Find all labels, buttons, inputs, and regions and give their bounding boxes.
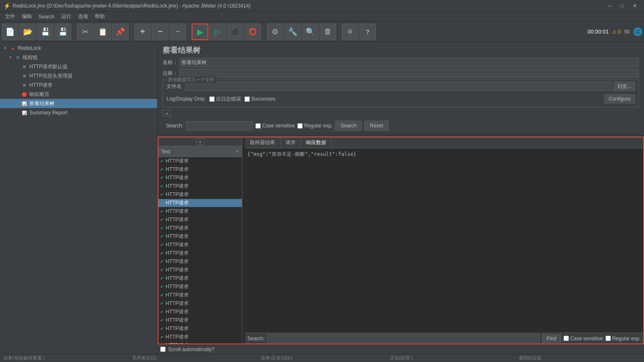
tools1-button[interactable]: ⚙ xyxy=(267,23,283,40)
menu-bar: 文件 编辑 Search 运行 选项 帮助 xyxy=(0,12,644,22)
search-input[interactable] xyxy=(186,121,253,130)
list-item[interactable]: ✔HTTP请求 xyxy=(158,157,242,165)
bottom-search-input[interactable] xyxy=(267,334,539,343)
list-collapse-arrow[interactable]: ▲ xyxy=(196,138,205,145)
success-icon: ✔ xyxy=(160,284,164,290)
list-item[interactable]: ✔HTTP请求 xyxy=(158,191,242,199)
case-sensitive-label[interactable]: Case sensitive xyxy=(255,123,295,129)
tab-request[interactable]: 请求 xyxy=(280,137,301,148)
regular-exp-checkbox[interactable] xyxy=(297,123,303,129)
start-no-pause-button[interactable]: ▷ xyxy=(209,23,226,40)
clear-button[interactable]: 🗑 xyxy=(319,23,336,40)
save-button[interactable]: 💾 xyxy=(37,23,54,40)
list-item-label: HTTP请求 xyxy=(166,250,189,257)
tree-item-http-request[interactable]: ✖ HTTP请求 xyxy=(0,80,157,90)
remote-icon: 🌐 xyxy=(633,27,642,36)
search-button[interactable]: Search xyxy=(335,121,362,131)
find-button[interactable]: Find xyxy=(542,334,561,343)
list-item[interactable]: ✔HTTP请求 xyxy=(158,207,242,216)
tab-response-data[interactable]: 响应数据 xyxy=(301,137,332,148)
list-item[interactable]: ✔HTTP请求 xyxy=(158,300,242,308)
list-item[interactable]: ✔HTTP请求 xyxy=(158,266,242,274)
list-item[interactable]: ✔HTTP请求 xyxy=(158,308,242,316)
list-item[interactable]: ✔HTTP请求 xyxy=(158,283,242,291)
regular-exp-label[interactable]: Regular exp. xyxy=(297,123,332,129)
list-button[interactable]: ≡ xyxy=(342,23,358,40)
close-button[interactable]: ✕ xyxy=(629,1,641,10)
log-errors-checkbox[interactable] xyxy=(209,96,215,102)
list-item[interactable]: ✔HTTP请求 xyxy=(158,333,242,341)
add-button[interactable]: + xyxy=(134,23,151,40)
list-item[interactable]: ✔HTTP请求 xyxy=(158,249,242,258)
tab-sampler-result[interactable]: 取样器结果 xyxy=(245,137,280,148)
collapse-arrow[interactable]: ▲ xyxy=(163,110,171,116)
tree-item-http-defaults[interactable]: ✖ HTTP请求默认值 xyxy=(0,62,157,71)
menu-run[interactable]: 运行 xyxy=(58,12,75,21)
successes-label[interactable]: Successes xyxy=(244,96,275,102)
list-item[interactable]: ✔HTTP请求 xyxy=(158,325,242,333)
list-item[interactable]: ✔HTTP请求 xyxy=(158,316,242,325)
tree-label-redislock: RedisLock xyxy=(18,45,41,51)
tools2-button[interactable]: 🔧 xyxy=(284,23,301,40)
list-item[interactable]: ✔HTTP请求 xyxy=(158,224,242,233)
list-item[interactable]: ✔HTTP请求 xyxy=(158,258,242,266)
configure-button[interactable]: Configure xyxy=(604,94,635,103)
menu-file[interactable]: 文件 xyxy=(2,12,18,21)
start-button[interactable]: ▶ xyxy=(192,23,208,40)
list-item[interactable]: ✔HTTP请求 xyxy=(158,233,242,241)
minimize-button[interactable]: ─ xyxy=(604,1,615,10)
comment-input[interactable] xyxy=(179,69,639,78)
paste-button[interactable]: 📌 xyxy=(112,23,129,40)
scroll-auto-checkbox[interactable] xyxy=(160,346,166,352)
list-item[interactable]: ✔HTTP请求 xyxy=(158,174,242,182)
toggle-button[interactable]: ~ xyxy=(169,23,186,40)
search-tool-button[interactable]: 🔍 xyxy=(302,23,319,40)
help-button[interactable]: ? xyxy=(359,23,376,40)
tree-item-assert[interactable]: 🔴 响应断言 xyxy=(0,90,157,99)
browse-button[interactable]: 刘览... xyxy=(613,82,635,91)
tree-item-http-header[interactable]: ✖ HTTP信息头管理器 xyxy=(0,71,157,80)
name-row: 名称： xyxy=(163,58,639,67)
menu-edit[interactable]: 编辑 xyxy=(18,12,35,21)
sampler-icon-request: ✖ xyxy=(21,82,28,88)
list-item[interactable]: ✔HTTP请求 xyxy=(158,182,242,191)
list-scroll[interactable]: ✔HTTP请求✔HTTP请求✔HTTP请求✔HTTP请求✔HTTP请求✔HTTP… xyxy=(158,157,242,344)
remove-button[interactable]: − xyxy=(152,23,169,40)
tree-item-summary-report[interactable]: 📊 Summary Report xyxy=(0,108,157,117)
file-name-input[interactable] xyxy=(185,82,612,91)
maximize-button[interactable]: □ xyxy=(616,1,628,10)
list-item[interactable]: ✔HTTP请求 xyxy=(158,274,242,283)
menu-help[interactable]: 帮助 xyxy=(91,12,108,21)
save-as-button[interactable]: 💾 xyxy=(55,23,71,40)
list-item[interactable]: ✔HTTP请求 xyxy=(158,241,242,249)
list-item[interactable]: ✔HTTP请求 xyxy=(158,199,242,207)
open-button[interactable]: 📂 xyxy=(19,23,36,40)
successes-checkbox[interactable] xyxy=(244,96,250,102)
success-icon: ✔ xyxy=(160,259,164,264)
list-dropdown-arrow[interactable]: ▼ xyxy=(235,149,239,154)
bottom-regex-checkbox[interactable] xyxy=(605,336,611,341)
list-item[interactable]: ✔HTTP请求 xyxy=(158,165,242,174)
menu-search[interactable]: Search xyxy=(35,13,58,21)
bottom-regular-exp[interactable]: Regular exp. xyxy=(605,336,641,341)
case-sensitive-checkbox[interactable] xyxy=(255,123,261,129)
menu-options[interactable]: 选项 xyxy=(75,12,91,21)
log-errors-label[interactable]: 仅日志错误 xyxy=(209,96,241,103)
stop-button[interactable]: ⬛ xyxy=(227,23,244,40)
list-item[interactable]: ✔HTTP请求 xyxy=(158,341,242,344)
reset-button[interactable]: Reset xyxy=(364,121,388,131)
warning-badge: ⚠ 0 xyxy=(612,29,621,35)
tree-item-view-results[interactable]: 📊 察看结果树 xyxy=(0,99,157,108)
tree-item-threadgroup[interactable]: ▼ ⚙ 线程组 xyxy=(0,53,157,62)
bottom-case-sensitive[interactable]: Case sensitive xyxy=(564,336,603,341)
tree-item-redislock[interactable]: ▼ 🔺 RedisLock xyxy=(0,44,157,53)
list-item-label: HTTP请求 xyxy=(166,317,189,324)
name-input[interactable] xyxy=(179,58,639,67)
new-button[interactable]: 📄 xyxy=(2,23,18,40)
bottom-case-checkbox[interactable] xyxy=(564,336,569,341)
cut-button[interactable]: ✂ xyxy=(77,23,93,40)
list-item[interactable]: ✔HTTP请求 xyxy=(158,291,242,300)
list-item[interactable]: ✔HTTP请求 xyxy=(158,216,242,224)
shutdown-button[interactable]: ⭕ xyxy=(244,23,261,40)
copy-button[interactable]: 📋 xyxy=(94,23,111,40)
